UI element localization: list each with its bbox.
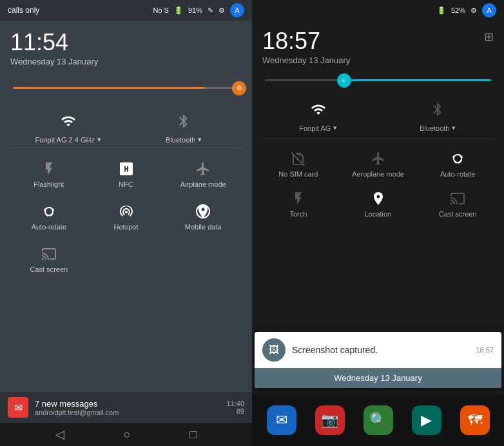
right-panel: 🔋 52% ⚙ A 18:57 Wednesday 13 January ⊞	[252, 0, 504, 446]
left-time-block: 11:54 Wednesday 13 January	[0, 21, 252, 72]
nfc-tile[interactable]: NFC	[88, 153, 165, 193]
left-panel: calls only No S 🔋 91% ✎ ⚙ A 11:54 Wednes…	[0, 0, 252, 446]
right-wifi-tile[interactable]: Fonpit AG ▾	[258, 95, 378, 136]
empty-tile-1	[88, 238, 165, 278]
right-airplane-icon	[371, 150, 386, 168]
right-quick-settings: Fonpit AG ▾ Bluetooth ▾	[252, 93, 504, 446]
dock-icon-mail[interactable]: ✉	[267, 405, 296, 435]
calls-only-text: calls only	[8, 6, 148, 15]
right-brightness[interactable]	[252, 69, 504, 93]
tiles-row-2: Auto-rotate Hotspot Mobile data	[10, 196, 242, 236]
hotspot-label: Hotspot	[114, 223, 139, 231]
notification-count-left: 89	[226, 407, 244, 415]
screenshot-notif-icon: 🖼	[262, 338, 286, 362]
dock-icon-search[interactable]: 🔍	[363, 405, 393, 435]
flashlight-icon	[41, 160, 57, 178]
nosim-tile[interactable]: No SIM card	[258, 144, 338, 182]
notification-bar-left[interactable]: ✉ 7 new messages androidpit.test@gmail.c…	[0, 391, 252, 423]
gear-icon-left[interactable]: ⚙	[218, 6, 225, 15]
right-bt-icon	[430, 101, 445, 119]
screenshot-notif-footer: Wednesday 13 January	[255, 368, 501, 388]
wifi-label: Fonpit AG 2.4 GHz	[35, 136, 95, 144]
flashlight-tile[interactable]: Flashlight	[10, 153, 88, 193]
screenshot-notif-time: 18:57	[476, 346, 494, 354]
avatar-left[interactable]: A	[230, 3, 244, 17]
wifi-dropdown-arrow[interactable]: ▾	[97, 135, 101, 144]
notification-subtitle-left: androidpit.test@gmail.com	[35, 409, 220, 416]
right-wifi-bt-row: Fonpit AG ▾ Bluetooth ▾	[258, 95, 498, 139]
autorotate-icon	[41, 202, 57, 220]
tiles-row-3: Cast screen	[10, 238, 242, 278]
airplane-label: Airplane mode	[180, 180, 226, 188]
right-bt-tile[interactable]: Bluetooth ▾	[378, 95, 498, 136]
no-sim-text: No S	[153, 6, 169, 14]
right-date: Wednesday 13 January	[262, 55, 350, 65]
tiles-row-1: Flashlight NFC Airplane mode	[10, 153, 242, 193]
autorotate-label: Auto-rotate	[32, 223, 66, 231]
empty-tile-2	[164, 238, 242, 278]
right-bt-label-row: Bluetooth ▾	[420, 124, 456, 132]
notification-title-left: 7 new messages	[35, 399, 220, 409]
airplane-label-right: Aeroplane mode	[352, 170, 404, 178]
airplane-tile[interactable]: Airplane mode	[164, 153, 242, 193]
autorotate-tile[interactable]: Auto-rotate	[10, 196, 88, 236]
bt-dropdown-arrow[interactable]: ▾	[198, 135, 202, 144]
notification-time-left: 11:40	[226, 400, 244, 407]
battery-percent-right: 52%	[451, 6, 465, 14]
wifi-tile[interactable]: Fonpit AG 2.4 GHz ▾	[10, 106, 126, 148]
home-button-left[interactable]: ○	[124, 428, 131, 441]
edit-icon[interactable]: ✎	[208, 6, 213, 15]
gear-icon-right[interactable]: ⚙	[470, 6, 477, 15]
castscreen-tile-left[interactable]: Cast screen	[10, 238, 88, 278]
location-icon	[371, 189, 386, 208]
castscreen-label-right: Cast screen	[439, 210, 477, 218]
brightness-thumb-right[interactable]	[337, 73, 351, 88]
autorotate-label-right: Auto-rotate	[440, 170, 475, 178]
screenshot-notification[interactable]: 🖼 Screenshot captured. 18:57 Wednesday 1…	[255, 332, 501, 388]
dock-icon-camera[interactable]: 📷	[315, 405, 345, 435]
brightness-thumb[interactable]	[232, 81, 246, 95]
brightness-fill	[13, 87, 205, 89]
right-autorotate-tile[interactable]: Auto-rotate	[418, 144, 498, 182]
right-time: 18:57	[262, 30, 350, 53]
screenshot-notif-header: 🖼 Screenshot captured. 18:57	[255, 332, 501, 368]
torch-tile[interactable]: Torch	[258, 184, 338, 222]
airplane-icon	[195, 160, 211, 178]
back-button-left[interactable]: ◁	[55, 427, 64, 441]
wifi-bt-row: Fonpit AG 2.4 GHz ▾ Bluetooth ▾	[10, 106, 242, 148]
left-status-bar: calls only No S 🔋 91% ✎ ⚙ A	[0, 0, 252, 21]
castscreen-tile-right[interactable]: Cast screen	[418, 184, 498, 222]
right-airplane-tile[interactable]: Aeroplane mode	[338, 144, 418, 182]
torch-icon	[291, 189, 306, 208]
battery-percent: 91%	[188, 6, 202, 14]
right-bt-arrow[interactable]: ▾	[452, 124, 456, 132]
bt-tile[interactable]: Bluetooth ▾	[126, 106, 242, 148]
hotspot-icon	[119, 202, 134, 220]
bt-label-left: Bluetooth	[166, 136, 195, 144]
recent-button-left[interactable]: □	[189, 428, 197, 441]
nosim-label: No SIM card	[278, 170, 318, 178]
notification-content-left: 7 new messages androidpit.test@gmail.com	[35, 399, 220, 416]
dock-icon-maps[interactable]: 🗺	[460, 405, 490, 435]
brightness-track-left[interactable]	[13, 87, 239, 89]
left-status-icons: No S 🔋 91% ✎ ⚙ A	[153, 3, 245, 17]
notification-icon-left: ✉	[8, 397, 28, 418]
location-tile[interactable]: Location	[338, 184, 418, 222]
grid-icon-right[interactable]: ⊞	[484, 30, 494, 44]
castscreen-label-left: Cast screen	[30, 266, 68, 273]
mobiledata-tile[interactable]: Mobile data	[164, 196, 242, 236]
left-brightness[interactable]	[0, 72, 252, 101]
dock-icon-play[interactable]: ▶	[412, 405, 441, 435]
mobiledata-icon	[195, 202, 211, 220]
right-brightness-track[interactable]	[265, 79, 491, 81]
brightness-fill-left-right	[265, 79, 344, 81]
location-label: Location	[365, 210, 392, 218]
right-bottom-dock: ✉ 📷 🔍 ▶ 🗺	[252, 394, 504, 446]
nfc-icon	[119, 160, 134, 178]
nosim-icon	[291, 150, 306, 168]
left-date: Wednesday 13 January	[10, 57, 242, 66]
hotspot-tile[interactable]: Hotspot	[88, 196, 165, 236]
avatar-right[interactable]: A	[482, 3, 496, 17]
wifi-icon	[61, 112, 76, 130]
right-wifi-arrow[interactable]: ▾	[333, 124, 337, 132]
